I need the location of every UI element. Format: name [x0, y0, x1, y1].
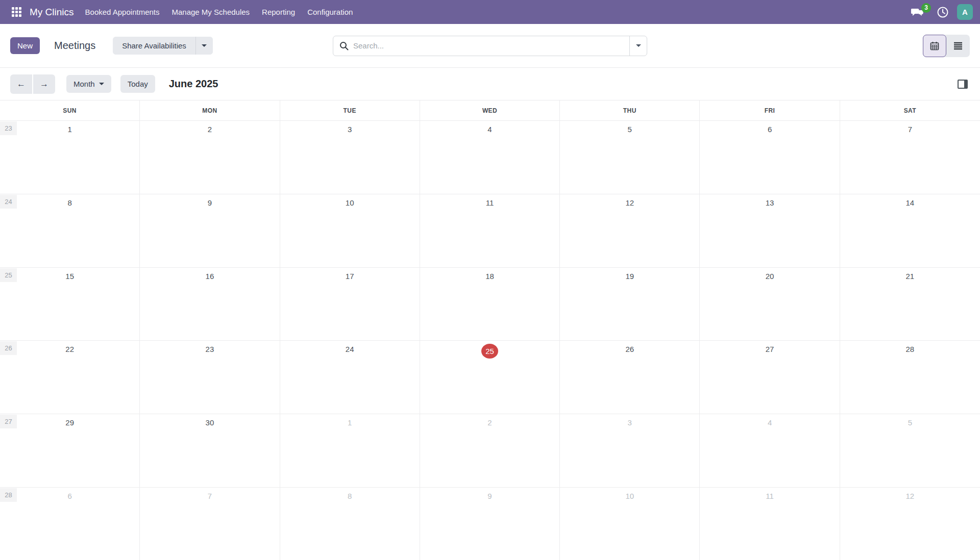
calendar-day-cell[interactable]: 11	[420, 194, 560, 267]
calendar-day-cell[interactable]: 25	[420, 340, 560, 414]
calendar-day-cell[interactable]: 26	[560, 340, 700, 414]
calendar-day-cell[interactable]: 21	[840, 267, 980, 341]
calendar-day-cell[interactable]: 28	[840, 340, 980, 414]
nav-item-booked-appointments[interactable]: Booked Appointments	[79, 5, 166, 19]
week-number[interactable]: 27	[0, 415, 17, 428]
calendar-day-cell[interactable]: 12	[840, 487, 980, 560]
week-number[interactable]: 24	[0, 195, 17, 209]
calendar-day-cell[interactable]: 231	[0, 120, 140, 194]
calendar-day-cell[interactable]: 2729	[0, 414, 140, 487]
calendar-day-cell[interactable]: 3	[280, 120, 420, 194]
share-availabilities-split-button: Share Availabilities	[113, 37, 213, 55]
calendar-day-cell[interactable]: 9	[140, 194, 280, 267]
calendar-day-cell[interactable]: 12	[560, 194, 700, 267]
calendar-day-cell[interactable]: 27	[700, 340, 840, 414]
day-number: 20	[764, 272, 775, 281]
nav-item-reporting[interactable]: Reporting	[256, 5, 301, 19]
search-filters-toggle[interactable]	[629, 36, 647, 56]
day-number: 15	[64, 272, 76, 281]
week-number[interactable]: 26	[0, 341, 17, 355]
calendar-day-cell[interactable]: 7	[140, 487, 280, 560]
control-panel: New Meetings Share Availabilities	[0, 24, 980, 68]
calendar-day-cell[interactable]: 2	[140, 120, 280, 194]
day-number: 10	[344, 198, 355, 207]
week-number[interactable]: 25	[0, 268, 17, 282]
calendar-day-cell[interactable]: 30	[140, 414, 280, 487]
new-button[interactable]: New	[10, 37, 40, 54]
calendar-day-cell[interactable]: 5	[840, 414, 980, 487]
calendar-day-cell[interactable]: 2622	[0, 340, 140, 414]
calendar-week-row: 24891011121314	[0, 194, 980, 267]
day-number: 14	[904, 198, 916, 207]
messages-button[interactable]: 3	[911, 7, 924, 18]
calendar-day-cell[interactable]: 9	[420, 487, 560, 560]
apps-menu-button[interactable]	[7, 3, 26, 21]
calendar-day-cell[interactable]: 4	[700, 414, 840, 487]
navbar-left: My Clinics Booked AppointmentsManage My …	[7, 3, 359, 21]
day-number: 9	[204, 198, 215, 207]
week-number[interactable]: 28	[0, 488, 17, 502]
day-number: 7	[204, 492, 215, 500]
apps-grid-icon	[12, 7, 21, 17]
page-title: Meetings	[54, 40, 95, 52]
calendar-day-cell[interactable]: 7	[840, 120, 980, 194]
scale-selector-button[interactable]: Month	[66, 75, 111, 93]
panel-toggle-icon	[958, 80, 968, 89]
sidebar-toggle-button[interactable]	[955, 78, 970, 91]
calendar-day-cell[interactable]: 13	[700, 194, 840, 267]
day-header-thu: THU	[560, 100, 700, 120]
today-button[interactable]: Today	[120, 75, 155, 93]
day-header-fri: FRI	[700, 100, 840, 120]
top-navbar: My Clinics Booked AppointmentsManage My …	[0, 0, 980, 24]
day-number: 3	[624, 418, 635, 427]
calendar-day-cell[interactable]: 16	[140, 267, 280, 341]
nav-item-manage-my-schedules[interactable]: Manage My Schedules	[166, 5, 256, 19]
share-availabilities-button[interactable]: Share Availabilities	[113, 37, 195, 55]
day-number: 2	[204, 125, 215, 134]
calendar-day-cell[interactable]: 4	[420, 120, 560, 194]
user-avatar[interactable]: A	[957, 4, 973, 20]
calendar-day-cell[interactable]: 286	[0, 487, 140, 560]
calendar-view-button[interactable]	[923, 35, 946, 57]
day-number: 28	[904, 345, 916, 353]
calendar-day-cell[interactable]: 2	[420, 414, 560, 487]
activities-button[interactable]	[937, 6, 949, 18]
calendar-day-cell[interactable]: 14	[840, 194, 980, 267]
period-title: June 2025	[169, 78, 218, 90]
calendar-day-cell[interactable]: 1	[280, 414, 420, 487]
calendar-day-cell[interactable]: 17	[280, 267, 420, 341]
period-nav-group: ← →	[10, 74, 55, 94]
calendar-day-cell[interactable]: 6	[700, 120, 840, 194]
calendar-day-cell[interactable]: 20	[700, 267, 840, 341]
day-header-sat: SAT	[840, 100, 980, 120]
calendar-day-cell[interactable]: 5	[560, 120, 700, 194]
day-number: 13	[764, 198, 775, 207]
week-number[interactable]: 23	[0, 121, 17, 135]
calendar-day-cell[interactable]: 248	[0, 194, 140, 267]
previous-period-button[interactable]: ←	[10, 74, 32, 94]
search-input[interactable]	[353, 36, 629, 56]
calendar-day-cell[interactable]: 24	[280, 340, 420, 414]
nav-item-configuration[interactable]: Configuration	[301, 5, 359, 19]
message-count-badge: 3	[921, 3, 931, 13]
calendar-day-cell[interactable]: 2515	[0, 267, 140, 341]
month-calendar: SUNMONTUEWEDTHUFRISAT 231234567248910111…	[0, 100, 980, 560]
app-name[interactable]: My Clinics	[30, 7, 74, 18]
calendar-day-cell[interactable]: 23	[140, 340, 280, 414]
day-header-row: SUNMONTUEWEDTHUFRISAT	[0, 100, 980, 120]
calendar-day-cell[interactable]: 8	[280, 487, 420, 560]
calendar-day-cell[interactable]: 3	[560, 414, 700, 487]
calendar-day-cell[interactable]: 18	[420, 267, 560, 341]
list-view-button[interactable]	[946, 35, 970, 57]
calendar-day-cell[interactable]: 19	[560, 267, 700, 341]
day-header-wed: WED	[420, 100, 560, 120]
calendar-day-cell[interactable]: 10	[560, 487, 700, 560]
calendar-day-cell[interactable]: 11	[700, 487, 840, 560]
day-number: 10	[624, 492, 635, 500]
calendar-day-cell[interactable]: 10	[280, 194, 420, 267]
share-availabilities-dropdown-toggle[interactable]	[195, 37, 213, 55]
day-number: 27	[764, 345, 775, 353]
day-number: 24	[344, 345, 355, 353]
today-day-number: 25	[481, 344, 498, 359]
next-period-button[interactable]: →	[33, 74, 55, 94]
